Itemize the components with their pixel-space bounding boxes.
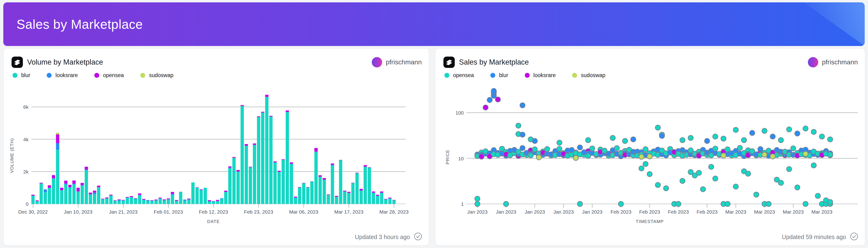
bar-segment-blur <box>281 160 285 204</box>
y-tick-label: 1 <box>461 201 464 207</box>
bar <box>327 194 330 204</box>
legend-label: opensea <box>453 72 474 79</box>
point-opensea <box>733 127 738 132</box>
bar-segment-opensea <box>154 199 158 200</box>
bar-segment-blur <box>183 200 186 204</box>
legend-item-blur[interactable]: blur <box>490 72 508 79</box>
legend-item-opensea[interactable]: opensea <box>444 72 474 79</box>
bar-segment-opensea <box>56 134 59 143</box>
point-opensea <box>745 171 751 176</box>
point-opensea <box>590 146 595 151</box>
bar <box>269 116 273 204</box>
bar-segment-blur <box>376 196 379 204</box>
query-status-check-icon[interactable] <box>850 232 858 242</box>
points-group <box>475 88 833 207</box>
bar-segment-opensea <box>302 183 305 183</box>
bar-segment-looksrare <box>183 199 186 200</box>
bar-segment-looksrare <box>274 162 277 163</box>
point-opensea <box>610 135 615 141</box>
bar-segment-opensea <box>343 191 346 191</box>
dune-logo-icon[interactable] <box>11 57 23 68</box>
bar-segment-opensea <box>224 191 227 192</box>
legend-item-opensea[interactable]: opensea <box>94 72 124 79</box>
legend-item-looksrare[interactable]: looksrare <box>525 72 556 79</box>
user-chip[interactable]: pfrischmann <box>372 57 422 67</box>
point-looksrare <box>483 105 488 110</box>
bar <box>224 191 227 204</box>
bar-segment-opensea <box>117 199 121 200</box>
bar-segment-blur <box>40 183 43 204</box>
point-opensea <box>680 137 685 143</box>
bar-segment-opensea <box>114 200 117 201</box>
bar-segment-blur <box>117 201 121 204</box>
bar-segment-opensea <box>261 112 264 113</box>
bar <box>179 192 182 204</box>
bar <box>212 201 215 204</box>
legend-swatch <box>444 73 449 78</box>
bar-segment-opensea <box>335 196 338 197</box>
user-chip[interactable]: pfrischmann <box>808 57 858 67</box>
bar <box>48 185 51 204</box>
legend-item-looksrare[interactable]: looksrare <box>47 72 78 79</box>
legend-item-sudoswap[interactable]: sudoswap <box>572 72 606 79</box>
bar <box>314 148 318 204</box>
query-status-check-icon[interactable] <box>414 232 422 242</box>
bar <box>368 167 371 204</box>
bar-segment-blur <box>351 183 354 204</box>
bar <box>89 193 92 204</box>
bar-segment-opensea <box>187 198 190 199</box>
point-opensea <box>778 180 784 186</box>
point-opensea <box>680 178 685 183</box>
bar <box>187 198 190 204</box>
bar-segment-opensea <box>249 167 252 167</box>
x-axis-title: TIMESTAMP <box>636 219 663 224</box>
bar-segment-opensea <box>290 162 293 164</box>
bar-segment-opensea <box>294 196 297 197</box>
bar-segment-opensea <box>376 195 379 196</box>
bar-segment-blur <box>97 187 100 204</box>
point-opensea <box>803 126 808 131</box>
bar <box>372 191 375 204</box>
bar-segment-blur <box>392 200 396 204</box>
chart-title: Sales by Marketplace <box>459 58 529 66</box>
banner-decoration <box>780 2 865 46</box>
user-avatar <box>808 57 818 67</box>
bar-segment-blur <box>146 201 150 204</box>
x-tick-label: Feb 2023 <box>696 209 718 215</box>
bar <box>150 200 154 204</box>
bar-segment-opensea <box>105 197 108 198</box>
bar-segment-opensea <box>216 200 219 201</box>
point-blur <box>758 147 763 152</box>
bar-segment-blur <box>175 201 178 204</box>
point-opensea <box>737 145 743 150</box>
bar <box>158 197 162 204</box>
bar-segment-sudoswap <box>56 133 59 134</box>
bar-segment-looksrare <box>85 170 88 170</box>
bar-segment-opensea <box>355 173 359 173</box>
bar-segment-opensea <box>380 191 383 193</box>
bar <box>241 105 244 204</box>
legend-label: blur <box>499 72 508 79</box>
bar <box>64 181 67 204</box>
x-tick-label: Feb 2023 <box>611 209 631 215</box>
bar <box>204 188 207 204</box>
bar <box>171 192 174 204</box>
bar <box>277 171 281 204</box>
point-looksrare <box>495 97 500 102</box>
bar <box>392 200 396 204</box>
dune-logo-icon[interactable] <box>443 57 455 68</box>
bar-segment-blur <box>212 201 215 204</box>
bar <box>183 199 186 204</box>
bar-segment-looksrare <box>72 184 76 184</box>
legend-item-sudoswap[interactable]: sudoswap <box>140 72 174 79</box>
bar <box>281 159 285 204</box>
y-tick-label: 100 <box>456 110 464 116</box>
bar-segment-blur <box>277 172 281 204</box>
dashboard-title: Sales by Marketplace <box>17 17 143 32</box>
x-tick-label: Jan 2023 <box>525 209 545 215</box>
bar <box>175 200 178 204</box>
point-sudoswap <box>721 153 726 158</box>
legend-item-blur[interactable]: blur <box>12 72 30 79</box>
bar-segment-sudoswap <box>48 185 51 185</box>
legend-swatch <box>94 73 99 78</box>
